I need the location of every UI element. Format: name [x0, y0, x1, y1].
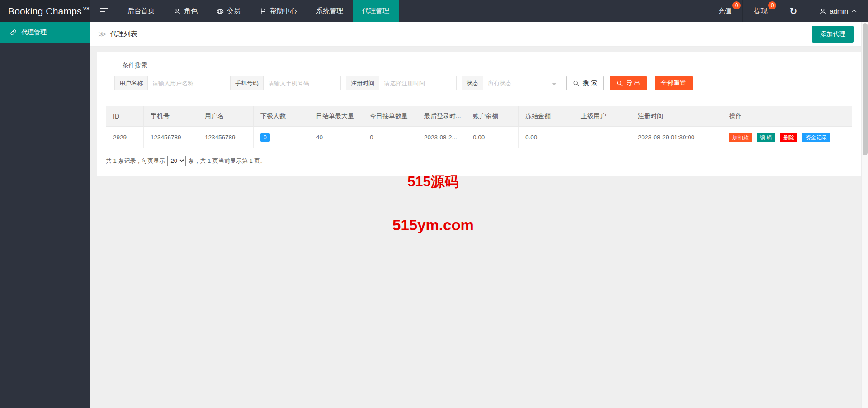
content-card: 条件搜索 用户名称 手机号码 注册时间 状态 所有状态 [97, 52, 861, 176]
search-row: 用户名称 手机号码 注册时间 状态 所有状态 [114, 76, 844, 90]
brand-name: Booking Champs [8, 6, 82, 17]
table-header-row: ID 手机号 用户名 下级人数 日结单最大量 今日接单数量 最后登录时... 账… [106, 106, 852, 127]
withdraw-button[interactable]: 提现 0 [742, 0, 778, 22]
pagination-bar: 共 1 条记录，每页显示 20 条，共 1 页当前显示第 1 页。 [106, 156, 852, 166]
recharge-button[interactable]: 充值 0 [707, 0, 742, 22]
status-select-value: 所有状态 [488, 79, 511, 87]
chevron-down-icon [552, 83, 557, 85]
regtime-filter-label: 注册时间 [346, 76, 379, 90]
top-navbar: Booking Champs V8 后台首页 角色 交易 帮助中心 [0, 0, 868, 22]
cell-last-login: 2023-08-2... [417, 127, 466, 148]
regtime-filter-group: 注册时间 [346, 76, 457, 90]
nav-item-trade[interactable]: 交易 [207, 0, 250, 22]
search-icon [616, 80, 623, 87]
refresh-button[interactable]: ↻ [778, 0, 808, 22]
withdraw-badge: 0 [768, 1, 776, 9]
refresh-icon: ↻ [789, 7, 797, 16]
funds-record-button[interactable]: 资金记录 [802, 133, 830, 142]
col-daily-max: 日结单最大量 [309, 106, 363, 127]
phone-filter-input[interactable] [264, 76, 341, 90]
add-agent-button[interactable]: 添加代理 [812, 26, 854, 43]
watermark-line2: 515ym.com [392, 217, 474, 234]
link-icon [10, 29, 17, 36]
edit-button[interactable]: 编 辑 [757, 133, 775, 142]
brand-version: V8 [83, 6, 90, 11]
cell-parent-user [574, 127, 631, 148]
cell-actions: 加扣款 编 辑 删除 资金记录 [722, 127, 852, 148]
nav-item-help-center[interactable]: 帮助中心 [250, 0, 307, 22]
scales-icon [217, 8, 224, 15]
col-frozen: 冻结金额 [519, 106, 574, 127]
search-button[interactable]: 搜 索 [566, 76, 604, 90]
sidebar-item-agents[interactable]: 代理管理 [0, 22, 90, 43]
username-filter-input[interactable] [148, 76, 225, 90]
status-filter-group: 状态 所有状态 [462, 76, 561, 90]
status-select[interactable]: 所有状态 [483, 76, 561, 90]
main-area: ≫ 代理列表 添加代理 条件搜索 用户名称 手机号码 注册时间 [90, 22, 868, 408]
main-nav: 后台首页 角色 交易 帮助中心 系统管理 代理管理 [118, 0, 399, 22]
nav-item-dashboard[interactable]: 后台首页 [118, 0, 164, 22]
cell-frozen: 0.00 [519, 127, 574, 148]
col-parent-user: 上级用户 [574, 106, 631, 127]
col-last-login: 最后登录时... [417, 106, 466, 127]
nav-item-system[interactable]: 系统管理 [307, 0, 353, 22]
pagination-suffix: 条，共 1 页当前显示第 1 页。 [188, 157, 266, 165]
cell-id: 2929 [106, 127, 144, 148]
col-balance: 账户余额 [466, 106, 519, 127]
cell-username: 123456789 [198, 127, 254, 148]
chevron-up-icon [851, 8, 857, 14]
flag-icon [259, 8, 267, 15]
breadcrumb: 代理列表 [110, 30, 137, 38]
agents-table: ID 手机号 用户名 下级人数 日结单最大量 今日接单数量 最后登录时... 账… [106, 106, 852, 148]
menu-collapse-icon[interactable] [90, 0, 118, 22]
cell-subordinates: 0 [254, 127, 309, 148]
username-filter-label: 用户名称 [114, 76, 148, 90]
delete-button[interactable]: 删除 [780, 133, 797, 142]
table-row: 2929 123456789 123456789 0 40 0 2023-08-… [106, 127, 852, 148]
cell-daily-max: 40 [309, 127, 363, 148]
username: admin [830, 7, 848, 15]
user-menu[interactable]: admin [808, 0, 868, 22]
cell-today-orders: 0 [363, 127, 417, 148]
col-actions: 操作 [722, 106, 852, 127]
col-reg-time: 注册时间 [631, 106, 722, 127]
username-filter-group: 用户名称 [114, 76, 225, 90]
status-filter-label: 状态 [462, 76, 483, 90]
nav-item-agents[interactable]: 代理管理 [353, 0, 399, 22]
per-page-select[interactable]: 20 [167, 156, 186, 166]
person-icon [819, 8, 826, 15]
person-icon [174, 8, 181, 15]
vertical-scrollbar [861, 22, 868, 408]
sidebar-item-label: 代理管理 [21, 28, 47, 37]
brand-logo: Booking Champs V8 [0, 0, 90, 22]
recharge-badge: 0 [732, 1, 741, 9]
cell-phone: 123456789 [144, 127, 198, 148]
subordinates-count-badge[interactable]: 0 [260, 133, 270, 142]
navbar-right: 充值 0 提现 0 ↻ admin [707, 0, 868, 22]
col-subordinates: 下级人数 [254, 106, 309, 127]
breadcrumb-caret-icon: ≫ [98, 29, 106, 39]
cell-reg-time: 2023-08-29 01:30:00 [631, 127, 722, 148]
scrollbar-thumb[interactable] [863, 23, 868, 155]
adjust-funds-button[interactable]: 加扣款 [729, 133, 752, 142]
phone-filter-label: 手机号码 [230, 76, 264, 90]
phone-filter-group: 手机号码 [230, 76, 341, 90]
regtime-filter-input[interactable] [379, 76, 457, 90]
col-username: 用户名 [198, 106, 254, 127]
col-id: ID [106, 106, 144, 127]
nav-item-roles[interactable]: 角色 [164, 0, 207, 22]
reset-button[interactable]: 全部重置 [655, 76, 693, 90]
search-icon [573, 80, 580, 87]
search-panel-legend: 条件搜索 [118, 62, 151, 70]
col-phone: 手机号 [144, 106, 198, 127]
sidebar: 代理管理 [0, 22, 90, 408]
watermark-line1: 515源码 [407, 172, 459, 191]
cell-balance: 0.00 [466, 127, 519, 148]
export-button[interactable]: 导 出 [610, 76, 647, 90]
search-panel: 条件搜索 用户名称 手机号码 注册时间 状态 所有状态 [107, 62, 851, 99]
pagination-prefix: 共 1 条记录，每页显示 [106, 157, 165, 165]
breadcrumb-bar: ≫ 代理列表 添加代理 [90, 22, 868, 47]
col-today-orders: 今日接单数量 [363, 106, 417, 127]
